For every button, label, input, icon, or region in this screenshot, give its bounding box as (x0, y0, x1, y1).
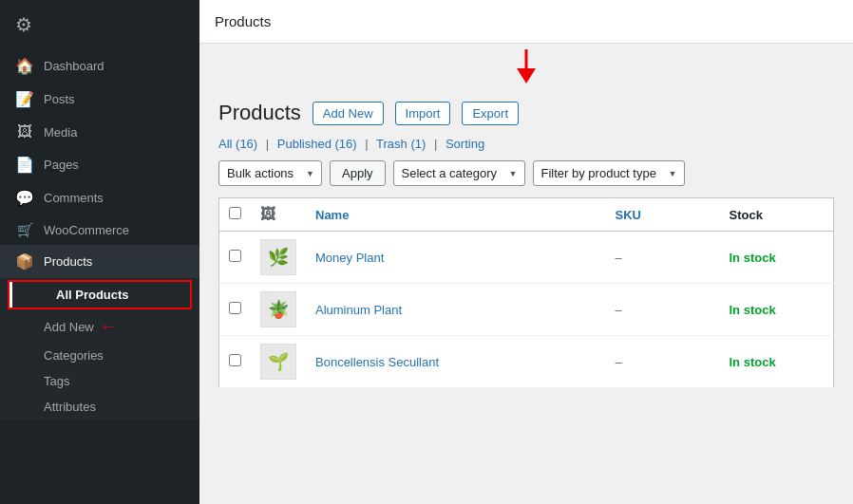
plant-icon-3: 🌱 (268, 351, 289, 372)
product-thumbnail-2: 🪴 (260, 291, 296, 327)
col-header-sku[interactable]: SKU (606, 198, 720, 232)
sidebar-item-media[interactable]: 🖼 Media (0, 116, 199, 148)
sidebar-item-products[interactable]: 📦 Products (0, 245, 199, 278)
sidebar-item-woocommerce[interactable]: 🛒 WooCommerce (0, 215, 199, 245)
category-select[interactable]: Select a category (393, 160, 525, 186)
media-icon: 🖼 (15, 123, 34, 140)
sidebar-label-media: Media (44, 125, 77, 140)
row-name-1: Money Plant (306, 232, 606, 284)
page-content: Products Add New Import Export All (16) … (199, 85, 853, 504)
col-header-stock: Stock (720, 198, 834, 232)
row-image-1: 🌿 (251, 232, 306, 284)
product-name-link-3[interactable]: Boncellensis Secullant (315, 355, 439, 369)
row-checkbox-1[interactable] (229, 250, 241, 262)
status-sorting[interactable]: Sorting (445, 137, 484, 151)
bulk-actions-select[interactable]: Bulk actions (218, 160, 322, 186)
table-header-row: 🖼 Name SKU Stock (219, 198, 834, 232)
row-stock-2: In stock (720, 284, 834, 336)
select-all-checkbox[interactable] (229, 207, 241, 219)
row-image-2: 🪴 (251, 284, 306, 336)
sidebar-label-woocommerce: WooCommerce (44, 223, 129, 237)
row-name-2: Aluminum Plant (306, 284, 606, 336)
sidebar-label-posts: Posts (44, 92, 75, 106)
table-body: 🌿 Money Plant – In stock (219, 232, 834, 388)
plant-icon-2: 🪴 (268, 299, 289, 320)
product-type-select[interactable]: Filter by product type (533, 160, 685, 186)
col-header-image: 🖼 (251, 198, 306, 232)
pages-icon: 📄 (15, 156, 34, 174)
sidebar-label-products: Products (44, 254, 92, 269)
row-stock-3: In stock (720, 336, 834, 388)
table-row: 🪴 Aluminum Plant – In stock (219, 284, 834, 336)
table-row: 🌱 Boncellensis Secullant – In stock (219, 336, 834, 388)
status-all[interactable]: All (16) (218, 137, 257, 151)
sidebar-item-pages[interactable]: 📄 Pages (0, 148, 199, 181)
table-row: 🌿 Money Plant – In stock (219, 232, 834, 284)
row-check-1 (219, 232, 252, 284)
comments-icon: 💬 (15, 189, 34, 207)
products-icon: 📦 (15, 252, 34, 271)
svg-marker-1 (517, 68, 536, 84)
row-stock-1: In stock (720, 232, 834, 284)
product-name-link-1[interactable]: Money Plant (315, 251, 384, 265)
sidebar-item-tags[interactable]: Tags (0, 368, 199, 394)
sidebar-label-pages: Pages (44, 158, 79, 172)
row-checkbox-2[interactable] (229, 302, 241, 314)
sidebar-item-attributes[interactable]: Attributes (0, 394, 199, 420)
woocommerce-icon: 🛒 (15, 222, 34, 237)
status-trash[interactable]: Trash (1) (376, 137, 426, 151)
row-sku-3: – (606, 336, 720, 388)
page-header: Products Add New Import Export (218, 101, 834, 125)
products-submenu: All Products Add New ← Categories Tags A… (0, 278, 199, 420)
sidebar-label-comments: Comments (44, 191, 104, 205)
sidebar-item-add-new[interactable]: Add New ← (0, 311, 199, 343)
row-name-3: Boncellensis Secullant (306, 336, 606, 388)
add-new-button[interactable]: Add New (313, 102, 384, 125)
col-header-check (219, 198, 252, 232)
image-header-icon: 🖼 (260, 206, 275, 222)
red-arrow-icon: ← (100, 317, 117, 337)
status-bar: All (16) | Published (16) | Trash (1) | … (218, 137, 834, 151)
table-head: 🖼 Name SKU Stock (219, 198, 834, 232)
row-sku-1: – (606, 232, 720, 284)
sidebar-item-dashboard[interactable]: 🏠 Dashboard (0, 49, 199, 83)
category-select-wrapper: Select a category (393, 160, 525, 186)
sidebar-item-posts[interactable]: 📝 Posts (0, 83, 199, 116)
sidebar-item-all-products[interactable]: All Products (9, 282, 190, 308)
add-new-label: Add New (44, 320, 94, 334)
posts-icon: 📝 (15, 90, 34, 108)
topbar: Products (199, 0, 853, 44)
sidebar-item-comments[interactable]: 💬 Comments (0, 181, 199, 215)
down-arrow-indicator (199, 44, 853, 85)
all-products-highlight: All Products (8, 280, 192, 309)
col-header-name[interactable]: Name (306, 198, 606, 232)
product-thumbnail-1: 🌿 (260, 239, 296, 275)
wp-logo: ⚙ (0, 0, 199, 49)
sidebar: ⚙ 🏠 Dashboard 📝 Posts 🖼 Media 📄 Pages 💬 … (0, 0, 199, 504)
dashboard-icon: 🏠 (15, 57, 34, 75)
row-checkbox-3[interactable] (229, 354, 241, 366)
product-name-link-2[interactable]: Aluminum Plant (315, 303, 402, 317)
row-check-3 (219, 336, 252, 388)
sidebar-item-categories[interactable]: Categories (0, 343, 199, 368)
row-image-3: 🌱 (251, 336, 306, 388)
row-sku-2: – (606, 284, 720, 336)
products-table: 🖼 Name SKU Stock 🌿 (218, 197, 834, 388)
product-type-wrapper: Filter by product type (533, 160, 685, 186)
plant-icon-1: 🌿 (268, 247, 289, 268)
export-button[interactable]: Export (462, 102, 519, 125)
filter-bar: Bulk actions Apply Select a category Fil… (218, 160, 834, 186)
sidebar-label-dashboard: Dashboard (44, 59, 104, 73)
down-arrow-svg (512, 49, 540, 84)
topbar-title: Products (215, 13, 271, 29)
bulk-actions-wrapper: Bulk actions (218, 160, 322, 186)
row-check-2 (219, 284, 252, 336)
product-thumbnail-3: 🌱 (260, 344, 296, 380)
wp-logo-icon: ⚙ (15, 13, 32, 36)
import-button[interactable]: Import (395, 102, 451, 125)
apply-button[interactable]: Apply (330, 160, 386, 186)
main-content: Products Products Add New Import Export … (199, 0, 853, 504)
page-title: Products (218, 101, 301, 125)
status-published[interactable]: Published (16) (277, 137, 357, 151)
